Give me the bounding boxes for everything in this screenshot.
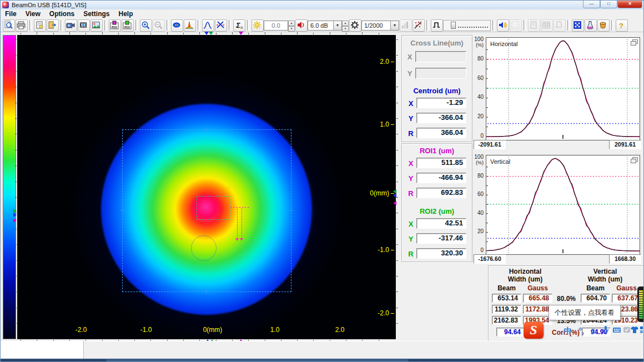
cross-section-button[interactable]: [215, 19, 227, 32]
print-preview-button[interactable]: [3, 19, 15, 32]
fill-button[interactable]: [597, 19, 610, 32]
roi2-r-value: 320.30: [416, 248, 466, 259]
test-button[interactable]: [585, 19, 597, 32]
beam-2d-button[interactable]: [171, 19, 183, 32]
sum-frames-button[interactable]: Σn: [233, 19, 245, 32]
roi-handle[interactable]: [289, 210, 293, 210]
gauss-fit-button[interactable]: [202, 19, 214, 32]
maximize-button[interactable]: □: [600, 1, 617, 8]
ime-emoji-icon[interactable]: ☺: [588, 325, 599, 336]
image-view-button[interactable]: [90, 19, 103, 32]
video-capture-button[interactable]: [78, 19, 90, 32]
roi-handle[interactable]: [206, 289, 207, 294]
beam-y-axis-tick: [391, 62, 394, 62]
table-button: [541, 19, 553, 32]
shutter-button[interactable]: [349, 19, 361, 32]
ime-keyboard-icon[interactable]: [611, 325, 622, 336]
company-logo: DUMA OPTRONICS LTD. Innovative Optronics…: [1, 341, 84, 359]
copy-layers-icon[interactable]: [631, 157, 638, 163]
gain-db-select[interactable]: 6.0 dB▼: [308, 21, 342, 31]
menu-settings[interactable]: Settings: [79, 9, 114, 19]
toolbar-separator: [61, 20, 63, 31]
marker-left-icon[interactable]: [13, 218, 17, 223]
menu-view[interactable]: View: [21, 9, 45, 19]
marker-top-icon[interactable]: [239, 32, 243, 35]
roi2-button[interactable]: ROI: [122, 19, 134, 32]
marker-top-icon[interactable]: [209, 32, 213, 35]
spin-up-icon[interactable]: ▲: [342, 21, 349, 26]
roi2-title: ROI2 (um): [402, 207, 472, 215]
crossline-y-input[interactable]: [415, 68, 466, 79]
marker-right-icon[interactable]: [393, 201, 396, 205]
pattern-button[interactable]: [572, 19, 584, 32]
slider-thumb[interactable]: [451, 22, 456, 29]
spin-down-icon[interactable]: ▼: [342, 26, 349, 32]
crossline-x-input[interactable]: [415, 51, 466, 62]
trigger-mode-button[interactable]: [431, 19, 443, 32]
chart-y-tick-label: 40: [472, 94, 484, 100]
selection-button: [510, 19, 522, 32]
spin-up-icon[interactable]: ▲: [288, 21, 295, 26]
centroid-r-label: R: [406, 129, 415, 138]
zoom-in-button[interactable]: [140, 19, 152, 32]
marker-right-icon[interactable]: [393, 193, 396, 198]
centroid-x-label: X: [406, 99, 415, 108]
h-gauss-column: Gauss: [523, 284, 552, 292]
marker-left-icon[interactable]: [13, 213, 17, 217]
chart-y-tick-label: 80: [472, 173, 484, 179]
gain-button[interactable]: [295, 19, 308, 32]
horizontal-profile-chart: 100806040200(%)Horizontal-2091.612091.61: [472, 33, 643, 149]
beam-y-axis-tick: [391, 250, 394, 250]
copy-layers-icon[interactable]: [631, 39, 638, 45]
beam-y-axis-tick: [391, 313, 394, 314]
sogou-ime-logo[interactable]: S: [524, 322, 544, 339]
title-bar[interactable]: BeamOn USB [5141D_VIS] —□✕: [1, 1, 643, 10]
v-beam-column: Beam: [581, 284, 610, 292]
roi1-button[interactable]: ROI: [109, 19, 121, 32]
zoom-out-button: [153, 19, 165, 32]
beam-x-axis-label: 2.0: [326, 326, 353, 334]
toolbar-separator: [567, 20, 570, 31]
beam-y-axis-label: 1.0: [350, 120, 389, 128]
roi1-y-label: Y: [406, 174, 415, 183]
roi-handle[interactable]: [120, 210, 125, 210]
toolbar-separator: [229, 20, 231, 31]
roi2-x-value: 42.51: [416, 218, 466, 229]
chevron-down-icon[interactable]: ▼: [333, 21, 341, 30]
minimize-button[interactable]: —: [583, 1, 600, 8]
toolbar-separator: [167, 20, 169, 31]
gain-spinner[interactable]: ▲▼: [288, 21, 295, 31]
crossline-title: Cross Line(um): [402, 39, 472, 47]
camera-button[interactable]: [65, 19, 77, 32]
print-button[interactable]: [16, 19, 28, 32]
filter-button[interactable]: [412, 19, 425, 32]
menu-file[interactable]: File: [1, 9, 21, 19]
exposure-slider[interactable]: [443, 20, 491, 31]
menu-help[interactable]: Help: [114, 9, 137, 19]
help-button[interactable]: ?: [616, 19, 628, 32]
exit-button[interactable]: [47, 19, 59, 32]
chevron-down-icon[interactable]: ▼: [390, 21, 399, 30]
shutter-speed-select[interactable]: 1/2000▼: [361, 21, 399, 31]
sound-button[interactable]: [497, 19, 509, 32]
spin-down-icon[interactable]: ▼: [288, 26, 295, 32]
properties-button[interactable]: [34, 19, 46, 32]
ime-voice-icon[interactable]: [600, 325, 611, 336]
beam-display[interactable]: +-2.0-1.00(mm)1.02.02.01.00(mm)-1.0-2.0: [17, 35, 396, 339]
close-button[interactable]: ✕: [617, 1, 642, 8]
h-beam-80: 653.14: [492, 294, 521, 303]
background-button[interactable]: [251, 19, 264, 32]
toolbar-separator: [104, 20, 107, 31]
ime-language-toggle-icon[interactable]: 中: [562, 325, 573, 336]
gain-input[interactable]: 0.0: [264, 21, 288, 31]
beam-3d-button[interactable]: [184, 19, 196, 32]
chart-y-tick-label: 100: [472, 154, 484, 160]
db-spinner[interactable]: ▲▼: [342, 21, 349, 31]
menu-options[interactable]: Options: [45, 9, 79, 19]
chart-plot-area[interactable]: [486, 155, 640, 255]
chart-plot-area[interactable]: [486, 37, 640, 140]
marker-top-icon[interactable]: [204, 32, 209, 35]
ime-punctuation-icon[interactable]: °,: [576, 325, 587, 336]
roi-handle[interactable]: [206, 128, 207, 132]
ime-toolbox-icon[interactable]: [638, 325, 644, 336]
